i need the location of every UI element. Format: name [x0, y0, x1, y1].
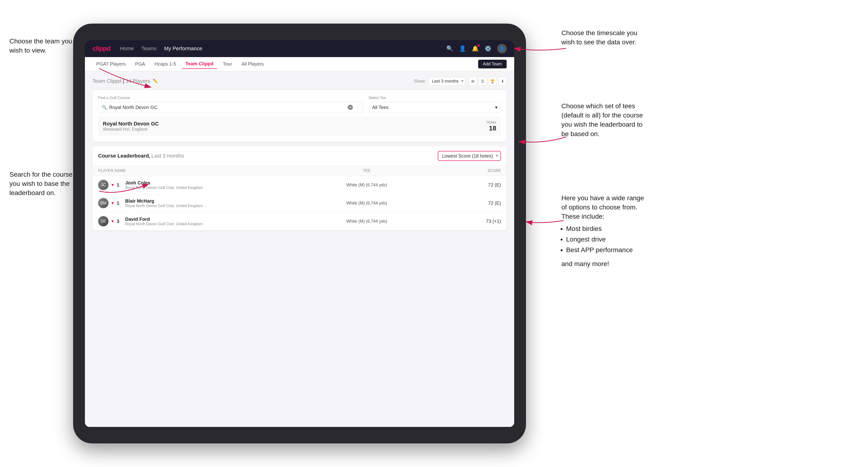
- nav-home[interactable]: Home: [120, 45, 134, 52]
- subnav-team-clippd[interactable]: Team Clippd: [182, 59, 217, 69]
- avatar: DF: [98, 216, 108, 226]
- player-info-3: David Ford Royal North Devon Golf Club, …: [125, 217, 203, 226]
- chevron-down-icon: ▾: [495, 104, 497, 110]
- player-cell-3: DF ♥ 3 David Ford Royal North Devon Golf…: [98, 216, 300, 226]
- player-cell-2: BM ♥ 1 Blair McHarg Royal North Devon Go…: [98, 198, 300, 208]
- notifications-icon[interactable]: 🔔: [472, 45, 479, 52]
- holes-badge: Holes 18: [487, 120, 496, 132]
- score-cell-2: 72 (E): [434, 200, 501, 206]
- holes-number: 18: [489, 125, 496, 132]
- annotation-timescale: Choose the timescale you wish to see the…: [561, 28, 637, 47]
- download-button[interactable]: ⬇: [498, 77, 507, 85]
- player-info-1: Josh Coles Royal North Devon Golf Club, …: [125, 180, 203, 190]
- tee-select-label: Select Tee: [369, 96, 501, 100]
- tee-dropdown[interactable]: All Tees ▾: [369, 102, 501, 113]
- table-row: JC ♥ 1 Josh Coles Royal North Devon Golf…: [92, 176, 507, 194]
- option-drive: Longest drive: [566, 235, 644, 244]
- search-icon[interactable]: 🔍: [446, 45, 453, 52]
- tee-cell-2: White (M) (6,744 yds): [300, 201, 434, 206]
- player-name-3: David Ford: [125, 217, 203, 222]
- table-row: DF ♥ 3 David Ford Royal North Devon Golf…: [92, 212, 507, 230]
- player-name-1: Josh Coles: [125, 180, 203, 186]
- player-club-3: Royal North Devon Golf Club, United King…: [125, 222, 203, 226]
- tee-col-header: TEE: [300, 168, 434, 173]
- users-icon[interactable]: 👤: [459, 45, 466, 52]
- leaderboard-header: Course Leaderboard, Last 3 months Lowest…: [92, 146, 507, 166]
- subnav-all-players[interactable]: All Players: [238, 59, 268, 69]
- course-search-input-wrapper: 🔍 ✕ ☆: [98, 102, 363, 113]
- navbar-icons: 🔍 👤 🔔 ⚙️ 👤: [446, 44, 507, 53]
- holes-label: Holes: [487, 120, 496, 125]
- subnav-tour[interactable]: Tour: [219, 59, 236, 69]
- player-club-1: Royal North Devon Golf Club, United King…: [125, 186, 203, 190]
- course-search-input[interactable]: [109, 105, 345, 110]
- search-card-header: Find a Golf Course 🔍 ✕ ☆ Select Tee All …: [98, 96, 501, 113]
- nav-links: Home Teams My Performance: [120, 45, 446, 52]
- trophy-view-button[interactable]: 🏆: [488, 77, 497, 85]
- subnav-hcaps[interactable]: Hcaps 1-5: [151, 59, 180, 69]
- rank-1: 1: [117, 182, 122, 188]
- course-search-section: Find a Golf Course 🔍 ✕ ☆: [98, 96, 363, 113]
- leaderboard-sort-dropdown[interactable]: Lowest Score (18 holes): [438, 151, 501, 161]
- tee-section: Select Tee All Tees ▾: [369, 96, 501, 113]
- favorite-heart-icon-1[interactable]: ♥: [111, 183, 114, 187]
- subnav-pgat[interactable]: PGAT Players: [92, 59, 129, 69]
- options-list: Most birdies Longest drive Best APP perf…: [566, 224, 644, 255]
- rank-3: 3: [117, 219, 122, 224]
- rank-2: 1: [117, 200, 122, 206]
- course-search-card: Find a Golf Course 🔍 ✕ ☆ Select Tee All …: [92, 90, 507, 142]
- player-cell-1: JC ♥ 1 Josh Coles Royal North Devon Golf…: [98, 180, 300, 190]
- nav-teams[interactable]: Teams: [141, 45, 157, 52]
- tee-cell-1: White (M) (6,744 yds): [300, 183, 434, 187]
- team-header: Team Clippd | 14 Players ✏️ Show: Last m…: [92, 77, 507, 85]
- player-col-header: PLAYER NAME: [98, 168, 300, 173]
- leaderboard-column-headers: PLAYER NAME TEE SCORE: [92, 166, 507, 176]
- player-info-2: Blair McHarg Royal North Devon Golf Club…: [125, 198, 203, 208]
- course-search-label: Find a Golf Course: [98, 96, 363, 100]
- course-name: Royal North Devon GC: [103, 121, 159, 127]
- tee-cell-3: White (M) (6,744 yds): [300, 219, 434, 224]
- table-row: BM ♥ 1 Blair McHarg Royal North Devon Go…: [92, 194, 507, 212]
- main-content: Team Clippd | 14 Players ✏️ Show: Last m…: [85, 71, 514, 427]
- leaderboard-title: Course Leaderboard, Last 3 months: [98, 153, 184, 159]
- score-cell-1: 72 (E): [434, 182, 501, 188]
- annotation-tees: Choose which set of tees (default is all…: [561, 101, 643, 138]
- team-title: Team Clippd | 14 Players: [92, 78, 150, 84]
- annotation-options: Here you have a wide range of options to…: [561, 193, 644, 269]
- show-dropdown[interactable]: Last monthLast 3 monthsLast 6 monthsLast…: [429, 77, 466, 85]
- subnav: PGAT Players PGA Hcaps 1-5 Team Clippd T…: [85, 57, 514, 71]
- avatar: BM: [98, 198, 108, 208]
- favorite-icon[interactable]: ☆: [355, 104, 360, 110]
- course-location: Westward Ho!, England: [103, 127, 159, 132]
- player-club-2: Royal North Devon Golf Club, United King…: [125, 204, 203, 208]
- subnav-pga[interactable]: PGA: [131, 59, 149, 69]
- navbar: clippd Home Teams My Performance 🔍 👤 🔔 ⚙…: [85, 40, 514, 57]
- avatar-inner-3: DF: [98, 216, 108, 226]
- player-name-2: Blair McHarg: [125, 198, 203, 204]
- settings-icon[interactable]: ⚙️: [485, 45, 492, 52]
- score-col-header: SCORE: [434, 168, 501, 173]
- team-header-right: Show: Last monthLast 3 monthsLast 6 mont…: [414, 77, 507, 85]
- favorite-heart-icon-2[interactable]: ♥: [111, 201, 114, 206]
- edit-icon[interactable]: ✏️: [153, 79, 158, 84]
- grid-view-button[interactable]: ⊞: [468, 77, 477, 85]
- course-result: Royal North Devon GC Westward Ho!, Engla…: [98, 117, 501, 136]
- and-more-text: and many more!: [561, 259, 644, 269]
- course-result-info: Royal North Devon GC Westward Ho!, Engla…: [103, 121, 159, 132]
- annotation-course-search: Search for the course you wish to base t…: [9, 170, 73, 198]
- add-team-button[interactable]: Add Team: [478, 60, 507, 68]
- favorite-heart-icon-3[interactable]: ♥: [111, 219, 114, 224]
- annotation-team-choice: Choose the team you wish to view.: [9, 36, 72, 55]
- show-label: Show:: [414, 79, 426, 84]
- view-icons: ⊞ ☰ 🏆 ⬇: [468, 77, 507, 85]
- user-avatar[interactable]: 👤: [497, 44, 507, 53]
- avatar-inner-1: JC: [98, 180, 108, 190]
- list-view-button[interactable]: ☰: [478, 77, 487, 85]
- option-app: Best APP performance: [566, 245, 644, 254]
- tablet-device: clippd Home Teams My Performance 🔍 👤 🔔 ⚙…: [73, 24, 526, 443]
- nav-my-performance[interactable]: My Performance: [164, 45, 202, 52]
- avatar: JC: [98, 180, 108, 190]
- score-cell-3: 73 (+1): [434, 219, 501, 224]
- clear-search-button[interactable]: ✕: [348, 105, 353, 110]
- avatar-inner-2: BM: [98, 198, 108, 208]
